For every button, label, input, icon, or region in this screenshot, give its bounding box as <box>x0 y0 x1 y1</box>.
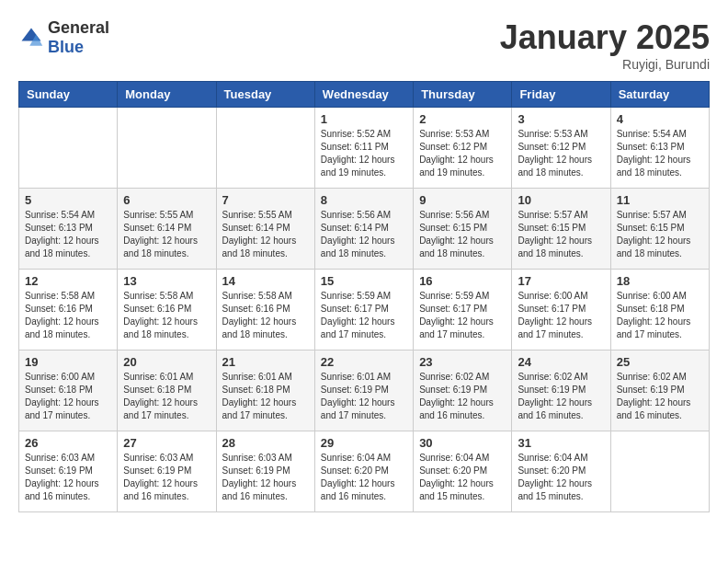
calendar-week-row: 5Sunrise: 5:54 AM Sunset: 6:13 PM Daylig… <box>19 189 710 270</box>
calendar-cell: 5Sunrise: 5:54 AM Sunset: 6:13 PM Daylig… <box>19 189 118 270</box>
day-number: 30 <box>419 436 506 450</box>
day-number: 9 <box>419 193 506 207</box>
day-info: Sunrise: 6:00 AM Sunset: 6:18 PM Dayligh… <box>617 290 703 341</box>
calendar-cell: 10Sunrise: 5:57 AM Sunset: 6:15 PM Dayli… <box>512 189 610 270</box>
day-info: Sunrise: 6:02 AM Sunset: 6:19 PM Dayligh… <box>518 371 604 422</box>
day-info: Sunrise: 5:53 AM Sunset: 6:12 PM Dayligh… <box>419 128 506 179</box>
calendar-cell: 27Sunrise: 6:03 AM Sunset: 6:19 PM Dayli… <box>118 431 216 512</box>
day-info: Sunrise: 6:03 AM Sunset: 6:19 PM Dayligh… <box>123 452 210 503</box>
title-block: January 2025 Ruyigi, Burundi <box>500 18 710 72</box>
day-of-week-header: Monday <box>118 82 216 108</box>
logo-icon <box>18 25 44 51</box>
day-info: Sunrise: 5:58 AM Sunset: 6:16 PM Dayligh… <box>25 290 111 341</box>
day-number: 24 <box>518 355 604 369</box>
calendar-cell: 23Sunrise: 6:02 AM Sunset: 6:19 PM Dayli… <box>414 350 512 431</box>
day-number: 19 <box>25 355 111 369</box>
calendar-cell: 1Sunrise: 5:52 AM Sunset: 6:11 PM Daylig… <box>314 108 413 189</box>
page-header: General Blue January 2025 Ruyigi, Burund… <box>18 18 710 72</box>
day-info: Sunrise: 5:55 AM Sunset: 6:14 PM Dayligh… <box>222 209 309 260</box>
calendar-cell: 30Sunrise: 6:04 AM Sunset: 6:20 PM Dayli… <box>414 431 512 512</box>
day-of-week-header: Thursday <box>414 82 512 108</box>
calendar-title: January 2025 <box>500 18 710 57</box>
calendar-cell: 9Sunrise: 5:56 AM Sunset: 6:15 PM Daylig… <box>414 189 512 270</box>
day-number: 8 <box>321 193 407 207</box>
day-number: 16 <box>419 274 506 288</box>
day-info: Sunrise: 5:56 AM Sunset: 6:15 PM Dayligh… <box>419 209 506 260</box>
day-number: 25 <box>617 355 703 369</box>
calendar-cell: 28Sunrise: 6:03 AM Sunset: 6:19 PM Dayli… <box>216 431 314 512</box>
day-number: 11 <box>617 193 703 207</box>
calendar-cell: 29Sunrise: 6:04 AM Sunset: 6:20 PM Dayli… <box>314 431 413 512</box>
day-number: 1 <box>321 112 407 126</box>
day-info: Sunrise: 5:57 AM Sunset: 6:15 PM Dayligh… <box>617 209 703 260</box>
calendar-cell <box>610 431 709 512</box>
day-info: Sunrise: 6:01 AM Sunset: 6:18 PM Dayligh… <box>123 371 210 422</box>
day-number: 4 <box>617 112 703 126</box>
day-number: 23 <box>419 355 506 369</box>
calendar-cell: 14Sunrise: 5:58 AM Sunset: 6:16 PM Dayli… <box>216 270 314 350</box>
calendar-cell <box>19 108 118 189</box>
calendar-cell: 11Sunrise: 5:57 AM Sunset: 6:15 PM Dayli… <box>610 189 709 270</box>
calendar-cell: 15Sunrise: 5:59 AM Sunset: 6:17 PM Dayli… <box>314 270 413 350</box>
calendar-cell: 6Sunrise: 5:55 AM Sunset: 6:14 PM Daylig… <box>118 189 216 270</box>
calendar-week-row: 19Sunrise: 6:00 AM Sunset: 6:18 PM Dayli… <box>19 350 710 431</box>
day-info: Sunrise: 5:59 AM Sunset: 6:17 PM Dayligh… <box>419 290 506 341</box>
day-number: 31 <box>518 436 604 450</box>
calendar-week-row: 26Sunrise: 6:03 AM Sunset: 6:19 PM Dayli… <box>19 431 710 512</box>
day-info: Sunrise: 6:03 AM Sunset: 6:19 PM Dayligh… <box>222 452 309 503</box>
day-info: Sunrise: 5:55 AM Sunset: 6:14 PM Dayligh… <box>123 209 210 260</box>
day-info: Sunrise: 6:00 AM Sunset: 6:18 PM Dayligh… <box>25 371 111 422</box>
day-number: 17 <box>518 274 604 288</box>
calendar-cell: 31Sunrise: 6:04 AM Sunset: 6:20 PM Dayli… <box>512 431 610 512</box>
calendar-cell: 2Sunrise: 5:53 AM Sunset: 6:12 PM Daylig… <box>414 108 512 189</box>
day-number: 10 <box>518 193 604 207</box>
day-info: Sunrise: 5:58 AM Sunset: 6:16 PM Dayligh… <box>123 290 210 341</box>
calendar-cell: 4Sunrise: 5:54 AM Sunset: 6:13 PM Daylig… <box>610 108 709 189</box>
day-number: 22 <box>321 355 407 369</box>
logo-text: General Blue <box>48 18 109 57</box>
day-info: Sunrise: 5:52 AM Sunset: 6:11 PM Dayligh… <box>321 128 407 179</box>
day-number: 6 <box>123 193 210 207</box>
day-of-week-header: Wednesday <box>314 82 413 108</box>
day-info: Sunrise: 6:02 AM Sunset: 6:19 PM Dayligh… <box>419 371 506 422</box>
calendar-cell: 21Sunrise: 6:01 AM Sunset: 6:18 PM Dayli… <box>216 350 314 431</box>
calendar-cell: 12Sunrise: 5:58 AM Sunset: 6:16 PM Dayli… <box>19 270 118 350</box>
day-info: Sunrise: 5:54 AM Sunset: 6:13 PM Dayligh… <box>617 128 703 179</box>
calendar-cell: 7Sunrise: 5:55 AM Sunset: 6:14 PM Daylig… <box>216 189 314 270</box>
logo: General Blue <box>18 18 109 57</box>
calendar-cell: 8Sunrise: 5:56 AM Sunset: 6:14 PM Daylig… <box>314 189 413 270</box>
day-info: Sunrise: 5:57 AM Sunset: 6:15 PM Dayligh… <box>518 209 604 260</box>
day-number: 21 <box>222 355 309 369</box>
calendar-week-row: 1Sunrise: 5:52 AM Sunset: 6:11 PM Daylig… <box>19 108 710 189</box>
day-info: Sunrise: 6:01 AM Sunset: 6:18 PM Dayligh… <box>222 371 309 422</box>
logo-general: General <box>48 18 109 37</box>
calendar-table: SundayMondayTuesdayWednesdayThursdayFrid… <box>18 81 710 512</box>
calendar-cell: 25Sunrise: 6:02 AM Sunset: 6:19 PM Dayli… <box>610 350 709 431</box>
day-number: 27 <box>123 436 210 450</box>
logo-blue: Blue <box>48 38 84 56</box>
day-number: 28 <box>222 436 309 450</box>
day-of-week-header: Friday <box>512 82 610 108</box>
day-info: Sunrise: 5:58 AM Sunset: 6:16 PM Dayligh… <box>222 290 309 341</box>
day-number: 3 <box>518 112 604 126</box>
day-info: Sunrise: 6:04 AM Sunset: 6:20 PM Dayligh… <box>419 452 506 503</box>
day-number: 2 <box>419 112 506 126</box>
calendar-header-row: SundayMondayTuesdayWednesdayThursdayFrid… <box>19 82 710 108</box>
day-info: Sunrise: 6:04 AM Sunset: 6:20 PM Dayligh… <box>518 452 604 503</box>
calendar-cell <box>118 108 216 189</box>
calendar-cell: 13Sunrise: 5:58 AM Sunset: 6:16 PM Dayli… <box>118 270 216 350</box>
calendar-cell: 26Sunrise: 6:03 AM Sunset: 6:19 PM Dayli… <box>19 431 118 512</box>
day-number: 13 <box>123 274 210 288</box>
calendar-week-row: 12Sunrise: 5:58 AM Sunset: 6:16 PM Dayli… <box>19 270 710 350</box>
day-info: Sunrise: 5:54 AM Sunset: 6:13 PM Dayligh… <box>25 209 111 260</box>
day-of-week-header: Saturday <box>610 82 709 108</box>
calendar-cell: 3Sunrise: 5:53 AM Sunset: 6:12 PM Daylig… <box>512 108 610 189</box>
calendar-cell: 19Sunrise: 6:00 AM Sunset: 6:18 PM Dayli… <box>19 350 118 431</box>
day-number: 26 <box>25 436 111 450</box>
day-number: 29 <box>321 436 407 450</box>
day-info: Sunrise: 6:01 AM Sunset: 6:19 PM Dayligh… <box>321 371 407 422</box>
calendar-cell <box>216 108 314 189</box>
day-number: 18 <box>617 274 703 288</box>
calendar-cell: 20Sunrise: 6:01 AM Sunset: 6:18 PM Dayli… <box>118 350 216 431</box>
calendar-subtitle: Ruyigi, Burundi <box>500 57 710 72</box>
